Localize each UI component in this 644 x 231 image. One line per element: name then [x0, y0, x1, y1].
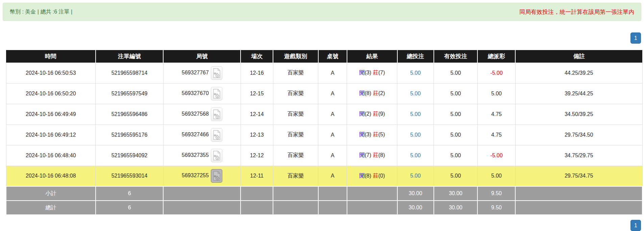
player-result-score: (7) [365, 152, 371, 158]
session-cell: 12-12 [241, 145, 273, 166]
payout-cell: 4.75 [477, 104, 515, 124]
round-id: 569327568 [182, 111, 209, 117]
payout-cell: 4.75 [477, 124, 515, 145]
subtotal-valid-bet: 30.00 [434, 186, 478, 201]
table-row: 2024-10-16 06:49:49 521965596486 5693275… [6, 104, 642, 124]
banker-result-label: 莊 [373, 70, 378, 75]
column-header: 總派彩 [477, 50, 515, 63]
currency-summary-text: 幣別 : 美金 | 總共 :6 注單 | [10, 8, 72, 16]
total-empty-cell [163, 201, 241, 215]
round-cell: 569327355 [163, 145, 241, 166]
valid-bet-cell: 5.00 [434, 145, 478, 166]
subtotal-empty-cell [515, 186, 642, 201]
game-type-cell: 百家樂 [273, 63, 318, 83]
result-cell: 閒(7)莊(8) [347, 145, 397, 166]
video-file-icon [213, 171, 221, 181]
bet-id-cell: 521965597549 [96, 83, 164, 104]
banker-result-score: (9) [378, 111, 385, 117]
banker-result-score: (0) [378, 173, 385, 179]
column-header: 桌號 [318, 50, 347, 63]
table-no-cell: A [318, 145, 347, 166]
banker-result-label: 莊 [373, 173, 378, 179]
payout-cell: -5.00 [477, 145, 515, 166]
pagination-top: 1 [0, 32, 641, 44]
subtotal-payout: 9.50 [477, 186, 515, 201]
round-id: 569327255 [182, 172, 209, 178]
subtotal-empty-cell [241, 186, 273, 201]
total-bet-cell: 5.00 [397, 63, 434, 83]
payout-cell: 5.00 [477, 83, 515, 104]
player-result-label: 閒 [359, 132, 365, 137]
page-1-button-top[interactable]: 1 [630, 32, 641, 44]
player-result-label: 閒 [359, 152, 365, 158]
total-payout: 9.50 [477, 201, 515, 215]
valid-bet-cell: 5.00 [434, 63, 478, 83]
banker-result-label: 莊 [373, 90, 378, 96]
round-cell: 569327255 [163, 166, 241, 186]
total-empty-cell [241, 201, 273, 215]
subtotal-row: 小計 6 30.00 30.00 9.50 [6, 186, 642, 201]
page-1-button-bottom[interactable]: 1 [630, 220, 641, 231]
table-row: 2024-10-16 06:48:08 521965593014 5693272… [6, 166, 642, 186]
pagination-bottom: 1 [0, 220, 641, 231]
round-id: 569327466 [182, 132, 209, 137]
column-header: 注單編號 [96, 50, 164, 63]
session-cell: 12-13 [241, 124, 273, 145]
result-cell: 閒(8)莊(0) [347, 166, 397, 186]
total-row: 總計 6 30.00 30.00 9.50 [6, 201, 642, 215]
total-bet-link[interactable]: 5.00 [410, 70, 421, 76]
game-type-cell: 百家樂 [273, 83, 318, 104]
round-cell: 569327767 [163, 63, 241, 83]
result-cell: 閒(2)莊(9) [347, 104, 397, 124]
round-cell: 569327466 [163, 124, 241, 145]
time-cell: 2024-10-16 06:48:08 [6, 166, 96, 186]
bet-id-cell: 521965595176 [96, 124, 164, 145]
total-valid-bet: 30.00 [434, 201, 478, 215]
column-header: 有效投注 [434, 50, 478, 63]
table-row: 2024-10-16 06:50:53 521965598714 5693277… [6, 63, 642, 83]
table-header-row: 時間注單編號局號場次遊戲類別桌號結果總投注有效投注總派彩備註 [6, 50, 642, 63]
round-cell: 569327568 [163, 104, 241, 124]
total-empty-cell [273, 201, 318, 215]
result-cell: 閒(8)莊(2) [347, 83, 397, 104]
subtotal-count: 6 [96, 186, 164, 201]
time-cell: 2024-10-16 06:50:53 [6, 63, 96, 83]
total-label: 總計 [6, 201, 96, 215]
banker-result-label: 莊 [373, 132, 378, 137]
total-bet-cell: 5.00 [397, 166, 434, 186]
player-result-label: 閒 [359, 70, 365, 75]
total-empty-cell [515, 201, 642, 215]
video-file-icon [213, 130, 221, 140]
column-header: 備註 [515, 50, 642, 63]
video-replay-button[interactable] [211, 66, 222, 80]
valid-bet-cell: 5.00 [434, 166, 478, 186]
total-empty-cell [347, 201, 397, 215]
total-bet-link[interactable]: 5.00 [410, 173, 421, 179]
table-no-cell: A [318, 166, 347, 186]
valid-bet-cell: 5.00 [434, 83, 478, 104]
video-replay-button[interactable] [211, 87, 222, 100]
banker-result-score: (2) [378, 90, 385, 96]
table-no-cell: A [318, 124, 347, 145]
game-type-cell: 百家樂 [273, 145, 318, 166]
video-replay-button[interactable] [211, 169, 222, 183]
video-replay-button[interactable] [211, 108, 222, 121]
total-count: 6 [96, 201, 164, 215]
banker-result-score: (5) [378, 132, 385, 137]
remark-cell: 34.75/29.75 [515, 145, 642, 166]
time-cell: 2024-10-16 06:49:49 [6, 104, 96, 124]
subtotal-empty-cell [273, 186, 318, 201]
total-bet-link[interactable]: 5.00 [410, 91, 421, 96]
table-row: 2024-10-16 06:49:12 521965595176 5693274… [6, 124, 642, 145]
video-replay-button[interactable] [211, 149, 222, 162]
total-bet-link[interactable]: 5.00 [410, 153, 421, 158]
column-header: 遊戲類別 [273, 50, 318, 63]
remark-cell: 39.25/44.25 [515, 83, 642, 104]
result-cell: 閒(3)莊(5) [347, 124, 397, 145]
total-bet-link[interactable]: 5.00 [410, 111, 421, 117]
table-row: 2024-10-16 06:48:40 521965594092 5693273… [6, 145, 642, 166]
time-cell: 2024-10-16 06:50:20 [6, 83, 96, 104]
video-replay-button[interactable] [211, 128, 222, 142]
round-id: 569327767 [182, 70, 209, 75]
total-bet-link[interactable]: 5.00 [410, 132, 421, 138]
